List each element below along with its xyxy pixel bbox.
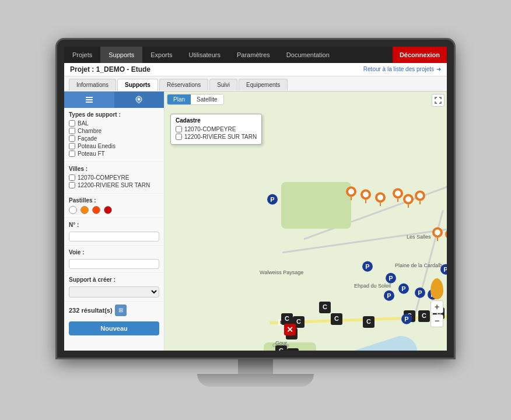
sidebar-map-view-button[interactable] <box>114 92 164 108</box>
marker-c-13[interactable]: C <box>331 313 342 325</box>
cadastre-item-2[interactable]: 12200-RIVIERE SUR TARN <box>176 134 257 140</box>
tab-reservations[interactable]: Réservations <box>159 79 208 90</box>
type-chambre-label: Chambre <box>78 128 102 134</box>
marker-p-4[interactable]: P <box>415 287 425 298</box>
pastille-white[interactable] <box>69 206 77 214</box>
arrow-right-icon: ➜ <box>436 66 441 72</box>
marker-p-1[interactable]: P <box>362 261 373 272</box>
monitor-wrapper: Projets Supports Exports Utilisateurs Pa… <box>57 40 454 387</box>
marker-c-12[interactable]: C <box>319 302 331 313</box>
pastille-orange[interactable] <box>80 206 89 214</box>
project-header: Projet : 1_DEMO - Etude Retour à la list… <box>64 63 447 76</box>
sidebar-list-view-button[interactable] <box>64 92 114 108</box>
cadastre-checkbox-1[interactable] <box>176 126 182 132</box>
marker-c-4[interactable]: C <box>275 345 287 351</box>
numero-input[interactable] <box>69 232 159 242</box>
tab-suivi[interactable]: Suivi <box>209 79 237 90</box>
marker-c-16[interactable]: C <box>418 310 430 322</box>
type-facade-item[interactable]: Façade <box>69 135 159 142</box>
cadastre-label-2: 12200-RIVIERE SUR TARN <box>184 134 257 140</box>
top-nav: Projets Supports Exports Utilisateurs Pa… <box>64 47 447 63</box>
pastille-dark-red[interactable] <box>104 206 112 214</box>
ville-compeyre-checkbox[interactable] <box>69 174 75 181</box>
numero-section: N° : <box>64 218 164 246</box>
nav-projets[interactable]: Projets <box>64 47 100 63</box>
marker-orange-2[interactable] <box>359 188 372 205</box>
marker-p-3[interactable]: P <box>398 283 409 294</box>
cadastre-item-1[interactable]: 12070-COMPEYRE <box>176 126 257 132</box>
type-poteau-enedis-checkbox[interactable] <box>69 143 75 149</box>
nav-documentation[interactable]: Documentation <box>278 47 338 63</box>
support-creer-select[interactable] <box>69 286 159 298</box>
marker-p-2[interactable]: P <box>386 272 396 284</box>
support-creer-section: Support à créer : <box>64 273 164 302</box>
svg-point-25 <box>445 229 447 239</box>
marker-orange-5[interactable] <box>402 192 415 209</box>
marker-c-14[interactable]: C <box>363 316 374 328</box>
marker-c-5[interactable]: C <box>287 348 299 351</box>
type-poteau-ft-label: Poteau FT <box>78 150 105 157</box>
marker-p-9[interactable]: P <box>267 194 278 205</box>
deconnexion-button[interactable]: Déconnexion <box>393 47 447 63</box>
type-poteau-enedis-item[interactable]: Poteau Enedis <box>69 143 159 149</box>
svg-rect-1 <box>86 99 93 100</box>
nouveau-button[interactable]: Nouveau <box>69 321 159 335</box>
svg-point-17 <box>405 196 411 202</box>
nav-parametres[interactable]: Paramètres <box>229 47 278 63</box>
svg-point-14 <box>395 190 401 196</box>
marker-orange-1[interactable] <box>345 185 358 202</box>
river-tarn <box>234 331 421 350</box>
numero-label: N° : <box>69 222 159 228</box>
tab-supports[interactable]: Supports <box>117 79 158 91</box>
voie-label: Voie : <box>69 249 159 256</box>
map-fullscreen-button[interactable] <box>432 94 444 107</box>
nav-supports[interactable]: Supports <box>100 47 142 63</box>
marker-p-8[interactable]: P <box>384 290 394 301</box>
type-chambre-checkbox[interactable] <box>69 128 75 134</box>
type-chambre-item[interactable]: Chambre <box>69 128 159 134</box>
results-icon-button[interactable]: ⊞ <box>115 304 127 316</box>
villes-label: Villes : <box>69 166 159 172</box>
marker-orange-3[interactable] <box>374 191 387 208</box>
pastilles-row <box>69 206 159 214</box>
marker-p-6[interactable]: P <box>440 264 447 275</box>
ville-compeyre-item[interactable]: 12070-COMPEYRE <box>69 174 159 181</box>
street-view-icon[interactable] <box>430 278 443 299</box>
ville-riviere-checkbox[interactable] <box>69 182 75 188</box>
zoom-out-button[interactable]: − <box>430 314 443 327</box>
map-type-satellite-button[interactable]: Satellite <box>191 94 223 104</box>
tab-equipements[interactable]: Equipements <box>239 79 288 90</box>
marker-c-1[interactable]: C <box>281 313 293 325</box>
svg-point-5 <box>348 188 354 194</box>
marker-cross-1[interactable]: ✕ <box>284 324 296 335</box>
pastille-red-orange[interactable] <box>92 206 100 214</box>
pastilles-label: Pastilles : <box>69 197 159 204</box>
map-area[interactable]: Walweiss Paysage Les Salles Ehpad du Sol… <box>164 92 447 351</box>
monitor-stand-neck <box>238 358 273 374</box>
nav-exports[interactable]: Exports <box>142 47 180 63</box>
marker-orange-8[interactable] <box>444 228 447 244</box>
ville-compeyre-label: 12070-COMPEYRE <box>78 174 129 181</box>
svg-point-8 <box>363 191 369 197</box>
zoom-in-button[interactable]: + <box>430 300 443 313</box>
ville-riviere-item[interactable]: 12200-RIVIERE SUR TARN <box>69 182 159 188</box>
support-types-label: Types de support : <box>69 111 159 118</box>
type-bal-item[interactable]: BAL <box>69 120 159 127</box>
marker-orange-7[interactable] <box>431 226 444 243</box>
back-to-projects-link[interactable]: Retour à la liste des projets ➜ <box>363 66 441 72</box>
map-type-plan-button[interactable]: Plan <box>167 94 191 104</box>
voie-input[interactable] <box>69 259 159 269</box>
cadastre-checkbox-2[interactable] <box>176 134 182 140</box>
cadastre-popup: Cadastre 12070-COMPEYRE 12200-RIVIERE SU… <box>170 114 262 145</box>
type-poteau-ft-checkbox[interactable] <box>69 150 75 157</box>
application: Projets Supports Exports Utilisateurs Pa… <box>64 47 447 351</box>
type-facade-checkbox[interactable] <box>69 135 75 142</box>
cadastre-label-1: 12070-COMPEYRE <box>184 126 236 132</box>
type-bal-checkbox[interactable] <box>69 120 75 127</box>
map-background: Walweiss Paysage Les Salles Ehpad du Sol… <box>164 92 447 351</box>
tab-informations[interactable]: Informations <box>69 79 116 90</box>
marker-orange-6[interactable] <box>414 189 426 206</box>
nav-utilisateurs[interactable]: Utilisateurs <box>181 47 229 63</box>
marker-p-10[interactable]: P <box>401 313 412 324</box>
type-poteau-ft-item[interactable]: Poteau FT <box>69 150 159 157</box>
